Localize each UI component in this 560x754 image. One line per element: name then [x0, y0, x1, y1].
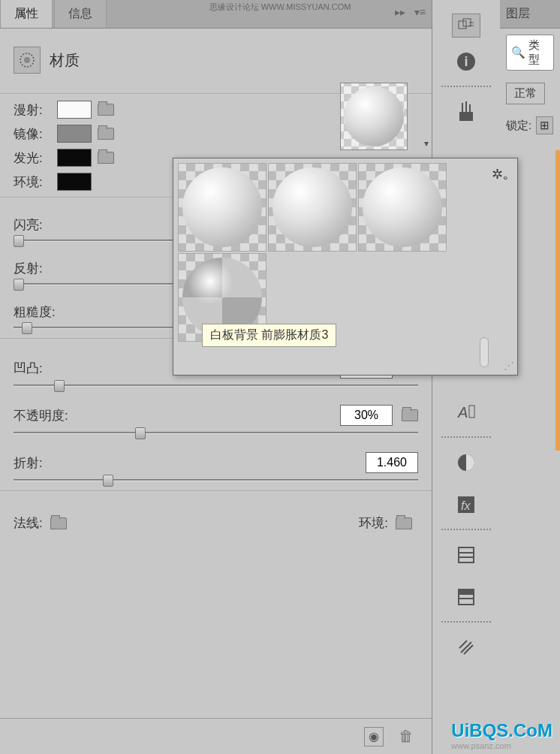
material-preset-1[interactable] [178, 163, 266, 252]
styles-panel-icon[interactable]: fx [448, 487, 484, 523]
tab-info[interactable]: 信息 [54, 0, 107, 28]
popup-resize-icon[interactable]: ⋰ [504, 360, 514, 372]
material-icon [14, 47, 41, 74]
bump-slider[interactable] [14, 385, 418, 387]
thumbnail-dropdown-icon[interactable]: ▾ [424, 138, 429, 149]
watermark-top: 思缘设计论坛 WWW.MISSYUAN.COM [209, 2, 351, 13]
opacity-input[interactable] [340, 405, 393, 426]
svg-rect-20 [459, 547, 474, 562]
lock-icons[interactable]: ⊞ [536, 116, 553, 134]
material-preset-2[interactable] [268, 163, 357, 252]
panel-header: 材质 [14, 38, 418, 87]
svg-point-1 [24, 57, 30, 63]
search-icon: 🔍 [511, 46, 525, 59]
opacity-folder-icon[interactable] [402, 409, 418, 421]
layers-tab[interactable]: 图层 [500, 0, 560, 29]
layers-panel: 图层 🔍 类型 正常 锁定: ⊞ [500, 0, 560, 754]
ambient-label: 环境: [14, 173, 51, 191]
opacity-label: 不透明度: [14, 407, 81, 424]
glow-folder-icon[interactable] [98, 152, 114, 164]
watermark-bottom: UiBQS.CoM www.psanz.com [451, 720, 552, 750]
tools-panel-icon[interactable] [448, 629, 484, 665]
blend-mode-select[interactable]: 正常 [506, 83, 545, 104]
diffuse-swatch[interactable] [57, 101, 92, 119]
info-panel-icon[interactable]: i [448, 44, 484, 80]
layer-content-edge [555, 150, 560, 451]
panel-title: 材质 [50, 50, 80, 71]
normal-folder-icon[interactable] [50, 517, 67, 529]
refract-slider[interactable] [14, 479, 418, 481]
specular-label: 镜像: [14, 125, 51, 143]
popup-settings-icon[interactable]: ✲｡ [492, 166, 510, 182]
panel-menu-icon[interactable]: ▾≡ [414, 6, 426, 18]
layers-panel-icon[interactable] [448, 537, 484, 573]
panel-footer: ◉ 🗑 [0, 718, 432, 754]
material-tooltip: 白板背景 前膨胀材质3 [202, 324, 336, 347]
popup-scrollbar[interactable] [480, 337, 489, 367]
ambient-swatch[interactable] [57, 173, 92, 191]
svg-text:A: A [457, 404, 468, 421]
diffuse-label: 漫射: [14, 101, 51, 119]
specular-folder-icon[interactable] [98, 128, 114, 140]
character-panel-icon[interactable]: A [448, 394, 484, 430]
svg-rect-8 [459, 112, 473, 121]
normal-label: 法线: [14, 514, 43, 532]
svg-text:i: i [464, 54, 468, 69]
diffuse-folder-icon[interactable] [98, 104, 114, 116]
svg-rect-16 [469, 406, 474, 418]
material-thumbnail[interactable]: ▾ [340, 83, 418, 150]
tab-properties[interactable]: 属性 [0, 0, 53, 28]
material-preset-3[interactable] [358, 163, 447, 252]
lock-label: 锁定: [506, 119, 531, 133]
env-folder-icon[interactable] [396, 517, 412, 529]
opacity-slider[interactable] [14, 432, 418, 434]
svg-text:fx: fx [461, 499, 471, 512]
brushes-panel-icon[interactable] [448, 94, 484, 130]
3d-panel-icon[interactable] [452, 14, 480, 38]
svg-rect-2 [459, 21, 466, 29]
channels-panel-icon[interactable] [448, 579, 484, 615]
render-setting-icon[interactable]: ◉ [364, 727, 384, 746]
adjustments-panel-icon[interactable] [448, 445, 484, 481]
trash-icon[interactable]: 🗑 [399, 728, 414, 745]
svg-rect-26 [459, 590, 474, 594]
env-label: 环境: [359, 514, 388, 532]
bump-label: 凹凸: [14, 360, 81, 377]
layer-filter-search[interactable]: 🔍 类型 [506, 35, 554, 71]
specular-swatch[interactable] [57, 125, 92, 143]
glow-label: 发光: [14, 149, 51, 167]
glow-swatch[interactable] [57, 149, 92, 167]
refract-label: 折射: [14, 454, 81, 472]
collapse-icon[interactable]: ▸▸ [395, 6, 405, 18]
material-picker-popup: ✲｡ 白板背景 前膨胀材质3 ⋰ [173, 158, 518, 375]
refract-input[interactable] [366, 452, 418, 473]
properties-panel: 属性 信息 ▸▸ ▾≡ 材质 漫射: 镜像: 发光: [0, 0, 432, 754]
docked-panels-bar: i ¶ A fx [432, 0, 500, 754]
